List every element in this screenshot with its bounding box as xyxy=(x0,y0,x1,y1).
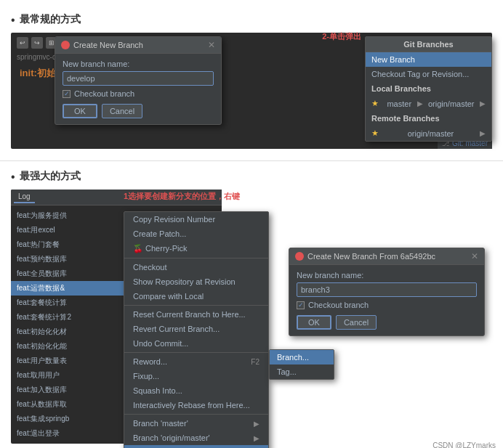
dialog-icon-bottom xyxy=(295,252,304,261)
create-branch-dialog-top: Create New Branch ✕ New branch name: Che… xyxy=(55,36,222,125)
popup-origin-master[interactable]: ★ origin/master ▶ xyxy=(366,126,491,141)
dialog-titlebar-top: Create New Branch ✕ xyxy=(55,37,221,54)
origin-master-star-icon: ★ xyxy=(371,129,379,138)
commit-text-3: feat:预约数据库 xyxy=(17,254,67,264)
page-container: • 最常规的方式 ↩ ↪ ⊞ ⊟ springmvc-demo 7 files … xyxy=(0,0,503,448)
dialog-title-left: Create New Branch xyxy=(61,41,143,49)
git-branches-header: Git Branches xyxy=(366,37,491,52)
bottom-section: • 最强大的方式 Log feat:为服务提供 feat:用excel feat… xyxy=(0,166,503,448)
dialog-buttons-top: OK Cancel xyxy=(63,104,214,118)
bullet-dot-2: • xyxy=(11,170,15,184)
ctx-cherry-pick[interactable]: 🍒 Cherry-Pick xyxy=(124,241,268,256)
ok-button-top[interactable]: OK xyxy=(63,104,97,118)
cancel-button-bottom[interactable]: Cancel xyxy=(336,315,377,330)
ctx-branch-origin-label: Branch 'origin/master' xyxy=(133,433,210,442)
ctx-rebase[interactable]: Interactively Rebase from Here... xyxy=(124,398,268,412)
new-branch-label: New Branch xyxy=(371,55,415,64)
submenu-tag[interactable]: Tag... xyxy=(270,364,334,379)
top-bullet-text: 最常规的方式 xyxy=(20,13,81,26)
checkout-checkbox-top[interactable] xyxy=(63,90,71,98)
ctx-checkout-label: Checkout xyxy=(133,263,166,272)
commit-text-11: feat:取用用户 xyxy=(17,370,60,380)
dialog-title-left-bottom: Create New Branch From 6a5492bc xyxy=(295,252,435,261)
popup-checkout-tag[interactable]: Checkout Tag or Revision... xyxy=(366,67,491,81)
ctx-revert-branch[interactable]: Revert Current Branch... xyxy=(124,322,268,336)
checkout-checkbox-bottom[interactable] xyxy=(297,301,305,309)
submenu-branch[interactable]: Branch... xyxy=(270,350,334,364)
dialog-body-bottom: New branch name: Checkout branch OK Canc… xyxy=(289,265,484,335)
ctx-reset-branch-label: Reset Current Branch to Here... xyxy=(133,310,246,319)
commit-text-12: feat:加入数据库 xyxy=(17,385,67,395)
annotation-click-popup: 2-单击弹出 xyxy=(322,31,361,42)
branch-name-input-top[interactable] xyxy=(63,71,214,86)
remote-branches-header: Remote Branches xyxy=(366,111,491,126)
origin-master-arrow-icon: ▶ xyxy=(480,129,486,137)
commit-text-8: feat:初始化化材 xyxy=(17,327,67,337)
top-content-area: ↩ ↪ ⊞ ⊟ springmvc-demo 7 files C:\idea_p… xyxy=(11,33,492,149)
ctx-copy-revision-label: Copy Revision Number xyxy=(133,215,215,224)
dialog-icon-top xyxy=(61,41,70,49)
bottom-bullet-title: • 最强大的方式 xyxy=(11,170,492,184)
ctx-undo-commit[interactable]: Undo Commit... xyxy=(124,336,268,351)
section-divider xyxy=(0,160,503,161)
popup-new-branch[interactable]: New Branch xyxy=(366,52,491,67)
toolbar-btn-1[interactable]: ↩ xyxy=(17,37,28,49)
commit-text-13: feat:从数据库取 xyxy=(17,399,67,410)
dialog-titlebar-bottom: Create New Branch From 6a5492bc ✕ xyxy=(289,248,484,265)
dialog-title-text-top: Create New Branch xyxy=(73,41,143,49)
ctx-branch-origin[interactable]: Branch 'origin/master'▶ xyxy=(124,431,268,445)
commit-text-10: feat:用户数量表 xyxy=(17,356,67,366)
commit-text-9: feat:初始化化能 xyxy=(17,341,67,351)
dialog-branch-label-bottom: New branch name: xyxy=(297,271,477,280)
dialog-title-text-bottom: Create New Branch From 6a5492bc xyxy=(307,252,435,261)
ctx-reword[interactable]: Reword...F2 xyxy=(124,354,268,369)
ctx-branch-master-label: Branch 'master' xyxy=(133,419,188,428)
csdn-label: CSDN @LZYmarks xyxy=(432,441,496,448)
context-menu: Copy Revision Number Create Patch... 🍒 C… xyxy=(124,211,269,448)
ctx-compare-local[interactable]: Compare with Local xyxy=(124,289,268,304)
create-branch-dialog-bottom: Create New Branch From 6a5492bc ✕ New br… xyxy=(289,248,485,336)
ctx-new[interactable]: New▶ xyxy=(124,445,268,448)
dialog-branch-label-top: New branch name: xyxy=(63,60,214,68)
submenu: Branch... Tag... xyxy=(269,349,334,380)
log-tab[interactable]: Log xyxy=(14,191,35,203)
ctx-copy-revision[interactable]: Copy Revision Number xyxy=(124,212,268,227)
ctx-reset-branch[interactable]: Reset Current Branch to Here... xyxy=(124,307,268,322)
commit-text-0: feat:为服务提供 xyxy=(17,211,67,221)
ctx-create-patch[interactable]: Create Patch... xyxy=(124,227,268,241)
ctx-reword-shortcut: F2 xyxy=(251,358,259,366)
ctx-rebase-label: Interactively Rebase from Here... xyxy=(133,401,250,410)
checkout-checkbox-row-top: Checkout branch xyxy=(63,89,214,98)
toolbar-btn-2[interactable]: ↪ xyxy=(31,37,43,49)
ok-button-bottom[interactable]: OK xyxy=(297,315,331,330)
ctx-sep-2 xyxy=(124,305,268,306)
checkout-checkbox-label-top: Checkout branch xyxy=(74,89,134,98)
origin-master-label: origin/master xyxy=(408,129,454,138)
popup-master[interactable]: ★ master ▶ origin/master ▶ xyxy=(366,96,491,111)
ctx-cherry-pick-label: 🍒 Cherry-Pick xyxy=(133,244,188,253)
commit-text-6: feat:套餐统计算 xyxy=(17,298,67,308)
git-branches-popup: Git Branches New Branch Checkout Tag or … xyxy=(365,36,492,142)
ctx-checkout[interactable]: Checkout xyxy=(124,260,268,274)
branch-name-input-bottom[interactable] xyxy=(297,282,477,297)
ctx-sep-4 xyxy=(124,414,268,415)
branch-origin-arrow-icon: ▶ xyxy=(254,434,259,442)
checkout-tag-label: Checkout Tag or Revision... xyxy=(371,70,469,78)
bottom-bullet-text: 最强大的方式 xyxy=(20,170,81,183)
ctx-branch-master[interactable]: Branch 'master'▶ xyxy=(124,416,268,431)
checkout-checkbox-row-bottom: Checkout branch xyxy=(297,301,477,309)
ctx-fixup[interactable]: Fixup... xyxy=(124,369,268,383)
annotation-right-click: 1选择要创建新分支的位置，右键 xyxy=(124,191,240,202)
cancel-button-top[interactable]: Cancel xyxy=(102,104,142,118)
top-bullet-title: • 最常规的方式 xyxy=(11,13,492,27)
ctx-reword-label: Reword... xyxy=(133,357,167,366)
master-star-icon: ★ xyxy=(371,99,379,108)
dialog-close-top[interactable]: ✕ xyxy=(208,40,215,50)
ctx-squash[interactable]: Squash Into... xyxy=(124,383,268,398)
ctx-sep-3 xyxy=(124,352,268,353)
branch-master-arrow-icon: ▶ xyxy=(254,420,259,428)
commit-text-15: feat:退出登录 xyxy=(17,428,60,439)
commit-text-14: feat:集成springb xyxy=(17,414,69,424)
ctx-show-repo[interactable]: Show Repository at Revision xyxy=(124,274,268,289)
dialog-close-bottom[interactable]: ✕ xyxy=(471,251,478,261)
